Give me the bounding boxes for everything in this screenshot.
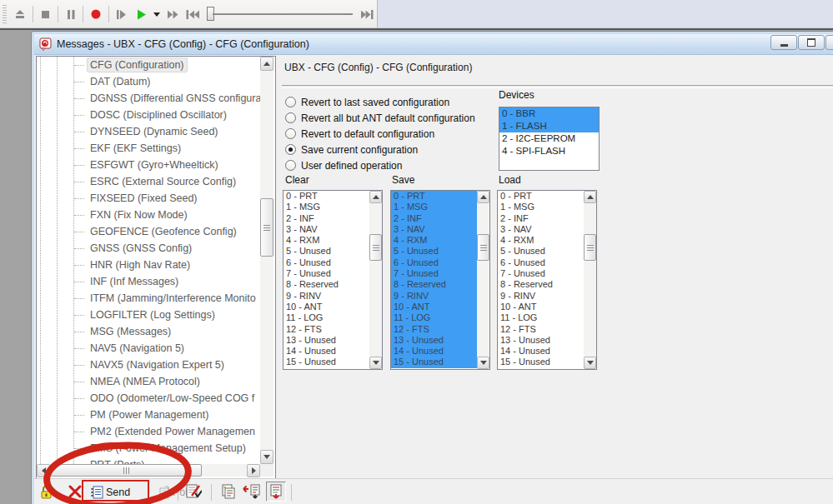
- restore-button[interactable]: [798, 35, 825, 50]
- auto-poll-button[interactable]: [266, 482, 286, 502]
- list-item[interactable]: 13 - Unused: [284, 335, 369, 346]
- list-item[interactable]: 14 - Unused: [498, 346, 584, 357]
- tree-item[interactable]: EKF (EKF Settings): [37, 140, 260, 157]
- dock-left-button[interactable]: [243, 482, 261, 501]
- tree-item[interactable]: PM (Power Management): [37, 407, 260, 423]
- devices-listbox[interactable]: 0 - BBR1 - FLASH2 - I2C-EEPROM4 - SPI-FL…: [499, 107, 600, 171]
- list-item[interactable]: 10 - ANT: [498, 302, 584, 312]
- tree-item[interactable]: ESFGWT (Gyro+Wheeltick): [37, 157, 260, 173]
- tree-item[interactable]: GEOFENCE (Geofence Config): [37, 223, 260, 240]
- scrollbar-thumb[interactable]: [584, 234, 596, 261]
- tree-item[interactable]: FXN (Fix Now Mode): [37, 207, 260, 223]
- scroll-down-button[interactable]: [584, 357, 596, 369]
- scroll-left-button[interactable]: [37, 464, 50, 477]
- list-item[interactable]: 3 - NAV: [284, 224, 369, 235]
- list-item[interactable]: 1 - MSG: [391, 202, 477, 212]
- list-item[interactable]: 0 - PRT: [498, 191, 584, 202]
- list-item[interactable]: 6 - Unused: [498, 257, 584, 268]
- delete-button[interactable]: [66, 482, 84, 501]
- list-item[interactable]: 8 - Reserved: [284, 279, 369, 290]
- list-item[interactable]: 4 - RXM: [391, 235, 477, 246]
- list-item[interactable]: 4 - RXM: [284, 235, 369, 246]
- tree-item[interactable]: CFG (Configuration): [37, 57, 260, 73]
- tree-item[interactable]: INF (Inf Messages): [37, 273, 260, 290]
- tree-hscrollbar[interactable]: [37, 464, 260, 477]
- window-titlebar[interactable]: Messages - UBX - CFG (Config) - CFG (Con…: [34, 34, 833, 55]
- tree-item[interactable]: MSG (Messages): [37, 323, 260, 340]
- list-item[interactable]: 7 - Unused: [498, 268, 584, 279]
- list-item[interactable]: 2 - INF: [284, 213, 369, 224]
- list-item[interactable]: 3 - NAV: [498, 224, 584, 235]
- scroll-up-button[interactable]: [369, 191, 382, 203]
- tree-item[interactable]: PM2 (Extended Power Managemen: [37, 423, 260, 440]
- list-item[interactable]: 12 - FTS: [498, 324, 584, 335]
- list-item[interactable]: 10 - ANT: [391, 302, 477, 312]
- tree-item[interactable]: NMEA (NMEA Protocol): [37, 373, 260, 390]
- scroll-up-button[interactable]: [260, 57, 273, 71]
- minimize-button[interactable]: [770, 35, 797, 50]
- tree-item[interactable]: PRT (Ports): [37, 457, 260, 464]
- save-list-scrollbar[interactable]: [477, 191, 489, 369]
- list-item[interactable]: 11 - LOG: [391, 312, 477, 323]
- list-item[interactable]: 5 - Unused: [284, 246, 369, 257]
- list-item[interactable]: 14 - Unused: [391, 346, 477, 357]
- list-item[interactable]: 5 - Unused: [498, 246, 584, 257]
- load-list-scrollbar[interactable]: [584, 191, 596, 369]
- list-item[interactable]: 12 - FTS: [284, 324, 369, 335]
- tree-item[interactable]: GNSS (GNSS Config): [37, 240, 260, 257]
- tree-item[interactable]: FIXSEED (Fixed Seed): [37, 190, 260, 207]
- fast-forward-button[interactable]: [163, 4, 182, 24]
- list-item[interactable]: 8 - Reserved: [498, 279, 584, 290]
- scroll-down-button[interactable]: [369, 357, 382, 369]
- list-item[interactable]: 11 - LOG: [498, 312, 584, 323]
- stop-button[interactable]: [36, 4, 55, 24]
- list-item[interactable]: 1 - MSG: [284, 202, 369, 212]
- list-item[interactable]: 12 - FTS: [391, 324, 477, 335]
- tree-item[interactable]: NAVX5 (Navigation Expert 5): [37, 357, 260, 373]
- list-item[interactable]: 15 - Unused: [284, 357, 369, 367]
- list-item[interactable]: 13 - Unused: [498, 335, 584, 346]
- operation-radio-option[interactable]: Revert to last saved configuration: [285, 94, 502, 110]
- send-button[interactable]: Send: [88, 482, 133, 502]
- step-forward-button[interactable]: [112, 4, 131, 24]
- list-item[interactable]: 15 - Unused: [498, 357, 584, 367]
- eject-button[interactable]: [11, 4, 30, 24]
- operation-radio-option[interactable]: Save current configuration: [285, 142, 502, 157]
- list-item[interactable]: 0 - PRT: [284, 191, 369, 202]
- tree-item[interactable]: DOSC (Disciplined Oscillator): [37, 107, 260, 123]
- clear-list-scrollbar[interactable]: [369, 191, 382, 369]
- device-item[interactable]: 1 - FLASH: [499, 120, 599, 132]
- tree-item[interactable]: ESRC (External Source Config): [37, 173, 260, 190]
- copy-page-button[interactable]: [219, 482, 238, 501]
- tree-item[interactable]: DYNSEED (Dynamic Seed): [37, 123, 260, 140]
- skip-to-start-button[interactable]: [182, 4, 201, 24]
- tree-item[interactable]: PMS (Power Management Setup): [37, 440, 260, 457]
- clear-listbox[interactable]: 0 - PRT1 - MSG2 - INF3 - NAV4 - RXM5 - U…: [283, 190, 383, 370]
- skip-to-end-button[interactable]: [358, 4, 377, 24]
- save-listbox[interactable]: 0 - PRT1 - MSG2 - INF3 - NAV4 - RXM5 - U…: [390, 190, 490, 370]
- tree-vscrollbar-thumb[interactable]: [260, 198, 273, 257]
- scrollbar-thumb[interactable]: [369, 234, 382, 261]
- scroll-right-button[interactable]: [247, 464, 260, 477]
- list-item[interactable]: 2 - INF: [391, 213, 477, 224]
- list-item[interactable]: 8 - Reserved: [391, 279, 477, 290]
- operation-radio-option[interactable]: User defined operation: [285, 157, 502, 173]
- tree-item[interactable]: NAV5 (Navigation 5): [37, 340, 260, 357]
- toolbar-grip[interactable]: [3, 5, 7, 23]
- record-button[interactable]: [86, 4, 105, 24]
- list-item[interactable]: 9 - RINV: [391, 291, 477, 302]
- scrollbar-thumb[interactable]: [477, 234, 489, 261]
- list-item[interactable]: 1 - MSG: [498, 202, 584, 212]
- load-listbox[interactable]: 0 - PRT1 - MSG2 - INF3 - NAV4 - RXM5 - U…: [497, 190, 597, 370]
- list-item[interactable]: 10 - ANT: [284, 302, 369, 312]
- list-item[interactable]: 6 - Unused: [284, 257, 369, 268]
- customize-view-button[interactable]: [184, 482, 203, 501]
- operation-radio-option[interactable]: Revert all but ANT default configuration: [285, 110, 502, 126]
- list-item[interactable]: 5 - Unused: [391, 246, 477, 257]
- list-item[interactable]: 11 - LOG: [284, 312, 369, 323]
- list-item[interactable]: 9 - RINV: [498, 291, 584, 302]
- scroll-up-button[interactable]: [584, 191, 596, 203]
- pause-button[interactable]: [61, 4, 80, 24]
- device-item[interactable]: 2 - I2C-EEPROM: [499, 132, 599, 145]
- list-item[interactable]: 0 - PRT: [391, 191, 477, 202]
